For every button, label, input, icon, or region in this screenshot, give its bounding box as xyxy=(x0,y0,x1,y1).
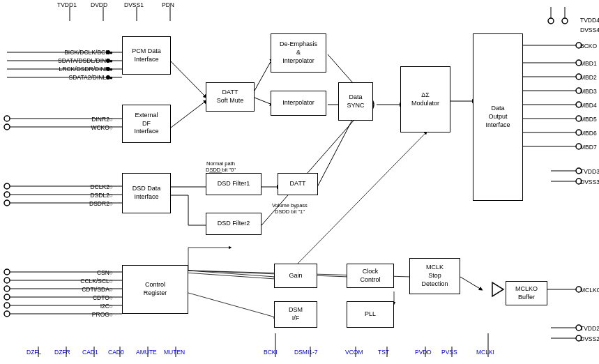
svg-line-102 xyxy=(188,271,349,277)
tvdd4-label: TVDD4 xyxy=(580,17,599,24)
csn-label: CSN○ xyxy=(1,269,113,276)
cclk-label: CCLK/SCL○ xyxy=(1,278,113,285)
prog-label: PROG○ xyxy=(1,311,113,318)
dsd-filter1-box: DSD Filter1 xyxy=(206,173,261,195)
bcko-label: BCKO xyxy=(580,43,597,50)
dsd-data-interface-box: DSD DataInterface xyxy=(122,173,171,213)
dvss2-label: DVSS2 xyxy=(580,335,599,342)
bick-label: BICK/DCLK/BCK● xyxy=(1,49,113,56)
mclk-stop-detection-box: MCLKStopDetection xyxy=(409,258,460,294)
tvdd1-label: TVDD1 xyxy=(57,1,77,8)
svg-line-36 xyxy=(255,59,272,91)
svg-point-68 xyxy=(562,18,568,24)
gain-box: Gain xyxy=(274,264,317,288)
dsdl2-label: DSDL2○ xyxy=(1,192,113,199)
dsd-filter2-box: DSD Filter2 xyxy=(206,213,261,235)
dinr2-label: DINR2○ xyxy=(1,116,113,123)
mbd4-label: MBD4 xyxy=(580,102,597,109)
i2c-label: I2C○ xyxy=(1,303,113,310)
datt-soft-mute-box: DATTSoft Mute xyxy=(206,82,255,112)
clock-control-box: ClockControl xyxy=(347,264,394,288)
dsdr2-label: DSDR2○ xyxy=(1,200,113,207)
pvdd-label: PVDD xyxy=(415,349,432,356)
pvss-label: PVSS xyxy=(441,349,457,356)
pll-box: PLL xyxy=(347,301,394,328)
mbd1-label: MBD1 xyxy=(580,60,597,67)
datt-box: DATT xyxy=(278,173,318,195)
mclko-buffer-box: MCLKOBuffer xyxy=(506,281,547,305)
pdn-label: PDN xyxy=(162,1,174,8)
external-df-interface-box: ExternalDFInterface xyxy=(122,105,171,143)
svg-line-34 xyxy=(171,61,206,97)
svg-line-37 xyxy=(255,98,272,105)
cdto-label: CDTO○ xyxy=(1,294,113,301)
dzfr-label: DZFR xyxy=(54,349,70,356)
mbd2-label: MBD2 xyxy=(580,74,597,81)
pcm-data-interface-box: PCM Data Interface xyxy=(122,36,171,75)
dvss1-label: DVSS1 xyxy=(124,1,144,8)
block-diagram: PCM Data Interface ExternalDFInterface D… xyxy=(0,0,599,364)
tvdd3-label: TVDD3 xyxy=(580,168,599,175)
svg-line-101 xyxy=(188,293,275,317)
delta-sigma-modulator-box: ΔΣModulator xyxy=(400,66,450,132)
dvss3-label: DVSS3 xyxy=(580,179,599,185)
svg-line-35 xyxy=(171,101,206,128)
svg-line-107 xyxy=(296,132,426,265)
dzfl-label: DZFL xyxy=(26,349,41,356)
cdti-label: CDTI/SDA○ xyxy=(1,286,113,293)
dsmi1-7-label: DSMI1-7 xyxy=(294,349,318,356)
dsm-if-box: DSMI/F xyxy=(274,301,317,328)
tst-label: TST xyxy=(378,349,389,356)
dvss4-label: DVSS4 xyxy=(580,26,599,33)
cad0-label: CAD0 xyxy=(108,349,124,356)
control-register-box: ControlRegister xyxy=(122,265,188,314)
svg-marker-99 xyxy=(492,282,503,296)
svg-line-100 xyxy=(188,271,275,277)
mclko-label: MCLKO xyxy=(580,287,599,294)
lrck-label: LRCK/DSDR/DINR● xyxy=(1,66,113,73)
svg-line-73 xyxy=(460,277,481,289)
data-sync-box: DataSYNC xyxy=(338,82,373,121)
mbd5-label: MBD5 xyxy=(580,116,597,123)
wcko-label: WCKO○ xyxy=(1,124,113,131)
bcki-label: BCKI xyxy=(264,349,278,356)
dvdd-label: DVDD xyxy=(91,1,107,8)
amute-label: AMUTE xyxy=(136,349,157,356)
data-output-interface-box: DataOutputInterface xyxy=(473,33,523,201)
tvdd2-label: TVDD2 xyxy=(580,325,599,332)
de-emphasis-interpolator-box: De-Emphasis&Interpolator xyxy=(271,33,326,73)
mbd6-label: MBD6 xyxy=(580,130,597,137)
vcom-label: VCOM xyxy=(345,349,363,356)
dclk2-label: DCLK2○ xyxy=(1,183,113,190)
mbd3-label: MBD3 xyxy=(580,88,597,95)
interpolator-box: Interpolator xyxy=(271,91,326,116)
mclki-label: MCLKI xyxy=(476,349,494,356)
sdata2-label: SDATA2/DINL2● xyxy=(1,74,113,81)
muten-label: MUTEN xyxy=(164,349,185,356)
mbd7-label: MBD7 xyxy=(580,144,597,151)
sdata-label: SDATA/DSDL/DINL● xyxy=(1,57,113,64)
svg-point-66 xyxy=(548,18,554,24)
volume-bypass-label: Volume bypassDSDD bit "1" xyxy=(272,202,308,215)
normal-path-label: Normal pathDSDD bit "0" xyxy=(206,160,236,173)
cad1-label: CAD1 xyxy=(82,349,98,356)
